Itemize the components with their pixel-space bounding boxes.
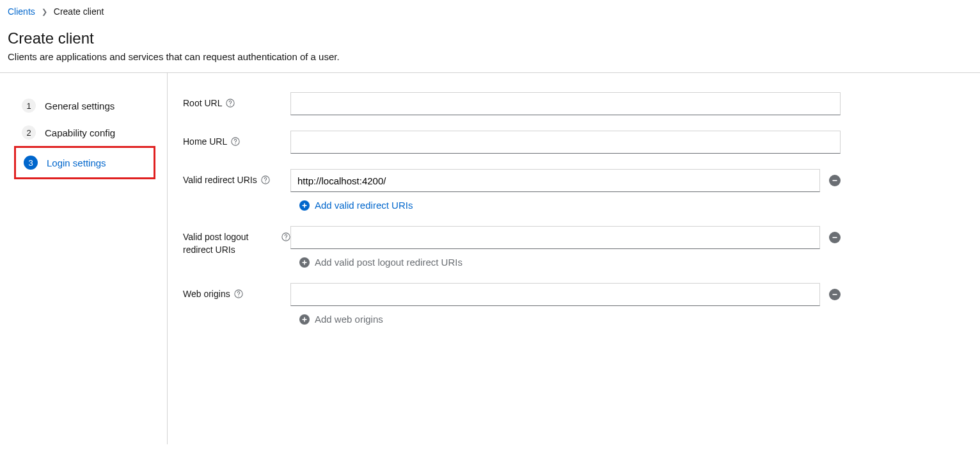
wizard-step-login-settings[interactable]: 3 Login settings <box>16 149 154 176</box>
highlight-annotation: 3 Login settings <box>14 146 155 179</box>
breadcrumb: Clients ❯ Create client <box>8 6 972 29</box>
help-icon[interactable] <box>226 99 235 108</box>
redirect-uri-input[interactable] <box>290 169 820 192</box>
help-icon[interactable] <box>281 232 290 241</box>
remove-web-origin-button[interactable] <box>829 289 841 300</box>
web-origin-input[interactable] <box>290 283 820 306</box>
remove-post-logout-uri-button[interactable] <box>829 232 841 243</box>
web-origins-label: Web origins <box>183 288 230 301</box>
plus-circle-icon <box>299 257 310 268</box>
help-icon[interactable] <box>234 289 243 298</box>
help-icon[interactable] <box>231 137 240 146</box>
remove-redirect-uri-button[interactable] <box>829 175 841 186</box>
page-title: Create client <box>8 29 972 51</box>
page-description: Clients are applications and services th… <box>8 51 972 62</box>
add-post-logout-uri-label: Add valid post logout redirect URIs <box>315 257 462 268</box>
wizard-step-number: 2 <box>22 125 36 140</box>
wizard-step-number: 3 <box>24 156 38 170</box>
breadcrumb-parent-link[interactable]: Clients <box>8 6 35 17</box>
wizard-step-general-settings[interactable]: 1 General settings <box>8 92 167 119</box>
wizard-step-label: Login settings <box>47 157 106 168</box>
form-panel: Root URL Home URL Va <box>168 73 972 444</box>
wizard-step-label: General settings <box>45 101 115 111</box>
post-logout-uri-input[interactable] <box>290 226 820 249</box>
minus-icon <box>832 234 838 241</box>
home-url-input[interactable] <box>290 131 841 154</box>
minus-icon <box>832 177 838 184</box>
plus-circle-icon <box>299 314 310 325</box>
minus-icon <box>832 291 838 298</box>
add-redirect-uri-button[interactable]: Add valid redirect URIs <box>290 192 841 211</box>
help-icon[interactable] <box>261 175 270 184</box>
chevron-right-icon: ❯ <box>42 8 47 16</box>
wizard-nav: 1 General settings 2 Capability config 3… <box>8 73 168 444</box>
wizard-step-capability-config[interactable]: 2 Capability config <box>8 119 167 146</box>
plus-circle-icon <box>299 200 310 211</box>
add-redirect-uri-label: Add valid redirect URIs <box>315 200 413 211</box>
wizard-step-number: 1 <box>22 99 36 113</box>
breadcrumb-current: Create client <box>54 6 104 17</box>
add-post-logout-uri-button[interactable]: Add valid post logout redirect URIs <box>290 249 841 268</box>
add-web-origin-label: Add web origins <box>315 314 383 325</box>
add-web-origin-button[interactable]: Add web origins <box>290 306 841 325</box>
post-logout-uris-label: Valid post logout redirect URIs <box>183 231 278 256</box>
root-url-label: Root URL <box>183 97 222 110</box>
redirect-uris-label: Valid redirect URIs <box>183 174 257 187</box>
wizard-step-label: Capability config <box>45 127 115 138</box>
root-url-input[interactable] <box>290 92 841 115</box>
home-url-label: Home URL <box>183 136 227 149</box>
